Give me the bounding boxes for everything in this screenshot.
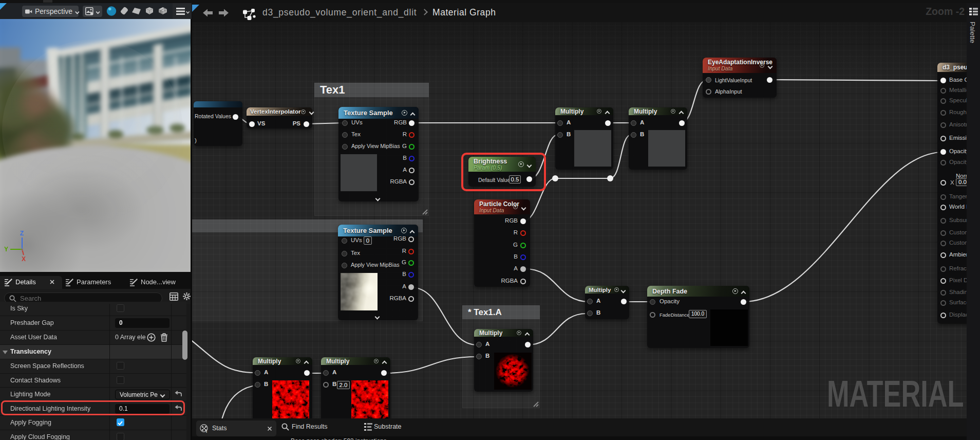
svg-text:X: X <box>22 255 26 263</box>
svg-text:i: i <box>206 429 207 433</box>
svg-text:Y: Y <box>4 246 8 253</box>
svg-text:Z: Z <box>20 230 24 237</box>
